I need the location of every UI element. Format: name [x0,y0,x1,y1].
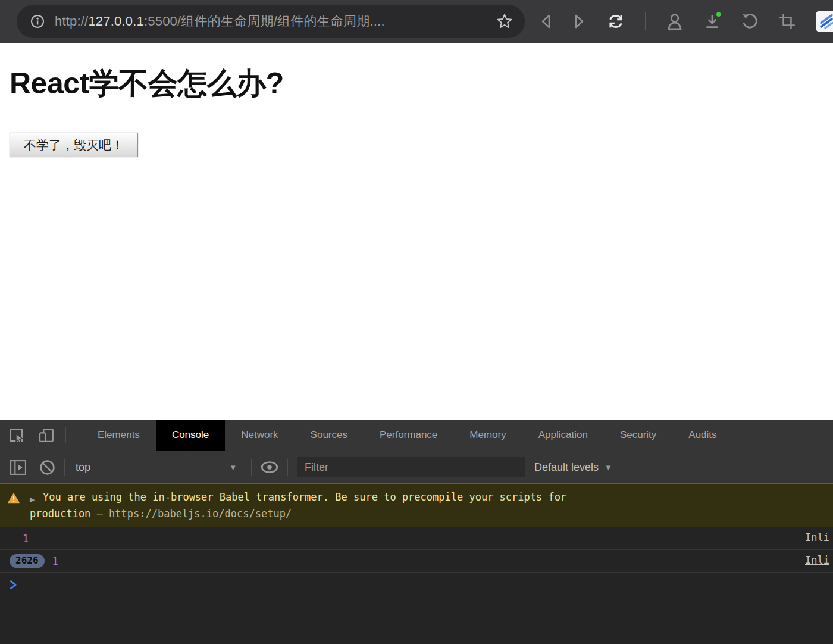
device-toolbar-icon[interactable] [39,427,55,443]
devtools-panel: Elements Console Network Sources Perform… [0,420,833,644]
tab-console[interactable]: Console [156,420,225,451]
clear-console-icon[interactable] [39,459,56,476]
inspect-element-icon[interactable] [8,427,24,443]
devtools-tabs: Elements Console Network Sources Perform… [82,420,733,451]
chevron-down-icon: ▼ [605,463,612,472]
chevron-down-icon: ▼ [229,463,237,472]
console-log-row: 1 Inli [0,527,833,550]
back-icon[interactable] [538,13,553,30]
log-levels-select[interactable]: Default levels ▼ [534,461,612,474]
console-messages: ▶ You are using the in-browser Babel tra… [0,483,833,644]
page-heading: React学不会怎么办? [10,67,833,100]
page-content: React学不会怎么办? 不学了，毁灭吧！ [0,43,833,420]
console-prompt[interactable] [0,573,833,596]
tab-application[interactable]: Application [522,420,604,451]
tab-elements[interactable]: Elements [82,420,156,451]
console-sidebar-icon[interactable] [10,459,27,476]
eye-icon[interactable] [260,460,279,474]
log-value: 1 [23,533,29,545]
tabbar-separator [65,427,66,443]
download-complete-dot [716,12,721,17]
tab-memory[interactable]: Memory [453,420,522,451]
tab-network[interactable]: Network [225,420,294,451]
log-source-link[interactable]: Inli [805,532,829,543]
profile-icon[interactable] [666,12,684,31]
refresh-icon[interactable] [606,12,625,31]
extension-icon[interactable] [816,11,833,32]
info-icon[interactable] [30,14,45,29]
address-bar[interactable]: http://127.0.0.1:5500/组件的生命周期/组件的生命周期...… [17,5,525,38]
bookmark-star-icon[interactable] [496,13,513,30]
console-toolbar: top ▼ Default levels ▼ [0,451,833,483]
destroy-button[interactable]: 不学了，毁灭吧！ [10,133,138,157]
url-text: http://127.0.0.1:5500/组件的生命周期/组件的生命周期...… [55,12,496,30]
log-source-link[interactable]: Inli [805,554,829,566]
toolbar-separator [645,12,646,30]
console-warning-row: ▶ You are using the in-browser Babel tra… [0,483,833,527]
repeat-count-badge: 2626 [10,554,45,568]
warning-line2-prefix: production – [30,508,109,520]
tab-security[interactable]: Security [604,420,672,451]
prompt-chevron-icon [10,580,17,590]
browser-nav-icons [538,0,833,43]
tab-sources[interactable]: Sources [295,420,364,451]
filter-input[interactable] [298,457,525,477]
warning-text-line1: You are using the in-browser Babel trans… [43,489,833,505]
toolbar-separator [251,459,252,476]
history-icon[interactable] [741,12,759,30]
warning-text-line2: production – https://babeljs.io/docs/set… [30,505,833,522]
warning-icon [8,492,20,508]
tab-performance[interactable]: Performance [364,420,453,451]
babel-setup-link[interactable]: https://babeljs.io/docs/setup/ [109,508,292,520]
download-icon[interactable] [703,12,721,31]
expand-arrow-icon[interactable]: ▶ [30,492,35,508]
toolbar-separator [287,459,288,476]
devtools-tabbar: Elements Console Network Sources Perform… [0,420,833,451]
context-label: top [76,461,90,474]
toolbar-separator [64,459,65,476]
tab-audits[interactable]: Audits [672,420,732,451]
browser-toolbar: http://127.0.0.1:5500/组件的生命周期/组件的生命周期...… [0,0,833,43]
forward-icon[interactable] [572,13,587,30]
console-log-row: 2626 1 Inli [0,550,833,573]
crop-icon[interactable] [778,12,796,30]
levels-label: Default levels [534,461,599,474]
javascript-context-select[interactable]: top ▼ [73,461,243,474]
log-value: 1 [52,555,58,567]
